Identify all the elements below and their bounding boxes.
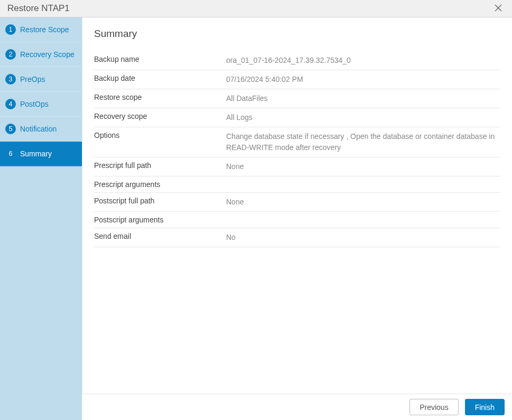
summary-row-restore-scope: Restore scope All DataFiles xyxy=(94,89,500,108)
summary-row-prescript-path: Prescript full path None xyxy=(94,157,500,176)
summary-value: Change database state if necessary , Ope… xyxy=(226,131,500,153)
step-number: 2 xyxy=(5,49,16,60)
step-notification[interactable]: 5 Notification xyxy=(0,117,82,142)
step-postops[interactable]: 4 PostOps xyxy=(0,92,82,117)
summary-row-prescript-args: Prescript arguments xyxy=(94,176,500,193)
modal-header: Restore NTAP1 xyxy=(0,0,512,17)
summary-row-recovery-scope: Recovery scope All Logs xyxy=(94,108,500,127)
summary-row-options: Options Change database state if necessa… xyxy=(94,127,500,157)
summary-value: ora_01_07-16-2024_17.39.32.7534_0 xyxy=(226,55,500,66)
summary-row-backup-name: Backup name ora_01_07-16-2024_17.39.32.7… xyxy=(94,51,500,70)
summary-row-postscript-path: Postscript full path None xyxy=(94,193,500,212)
summary-label: Recovery scope xyxy=(94,112,226,123)
close-icon[interactable] xyxy=(492,1,505,16)
summary-label: Backup name xyxy=(94,55,226,66)
summary-value: All Logs xyxy=(226,112,500,123)
step-label: Recovery Scope xyxy=(20,50,75,59)
wizard-sidebar: 1 Restore Scope 2 Recovery Scope 3 PreOp… xyxy=(0,17,82,420)
modal-title: Restore NTAP1 xyxy=(7,3,70,14)
summary-value: None xyxy=(226,161,500,172)
step-label: Summary xyxy=(20,150,52,158)
summary-label: Restore scope xyxy=(94,93,226,104)
summary-label: Postscript full path xyxy=(94,197,226,208)
main-column: Summary Backup name ora_01_07-16-2024_17… xyxy=(82,17,512,420)
step-label: Notification xyxy=(20,125,57,133)
step-label: PostOps xyxy=(20,100,49,108)
step-number: 5 xyxy=(5,124,16,134)
step-preops[interactable]: 3 PreOps xyxy=(0,67,82,92)
summary-value: None xyxy=(226,197,500,208)
summary-label: Backup date xyxy=(94,74,226,85)
summary-label: Options xyxy=(94,131,226,153)
step-summary[interactable]: 6 Summary xyxy=(0,142,82,166)
step-recovery-scope[interactable]: 2 Recovery Scope xyxy=(0,42,82,67)
summary-row-backup-date: Backup date 07/16/2024 5:40:02 PM xyxy=(94,70,500,89)
summary-row-send-email: Send email No xyxy=(94,228,500,247)
summary-value: 07/16/2024 5:40:02 PM xyxy=(226,74,500,85)
step-number: 3 xyxy=(5,74,16,85)
step-number: 4 xyxy=(5,99,16,109)
restore-modal: Restore NTAP1 1 Restore Scope 2 Recovery… xyxy=(0,0,512,420)
summary-value xyxy=(226,180,500,189)
step-label: PreOps xyxy=(20,75,45,83)
page-title: Summary xyxy=(94,28,500,40)
modal-footer: Previous Finish xyxy=(82,394,512,420)
summary-value: All DataFiles xyxy=(226,93,500,104)
summary-value xyxy=(226,216,500,224)
summary-row-postscript-args: Postscript arguments xyxy=(94,212,500,228)
modal-body: 1 Restore Scope 2 Recovery Scope 3 PreOp… xyxy=(0,17,512,420)
step-number: 6 xyxy=(5,148,16,159)
content-area: Summary Backup name ora_01_07-16-2024_17… xyxy=(82,17,512,394)
summary-label: Prescript full path xyxy=(94,161,226,172)
step-label: Restore Scope xyxy=(20,25,69,34)
finish-button[interactable]: Finish xyxy=(465,399,505,415)
step-restore-scope[interactable]: 1 Restore Scope xyxy=(0,17,82,42)
summary-value: No xyxy=(226,232,500,243)
previous-button[interactable]: Previous xyxy=(409,399,458,415)
step-number: 1 xyxy=(5,24,16,35)
summary-label: Send email xyxy=(94,232,226,243)
summary-label: Prescript arguments xyxy=(94,180,226,189)
summary-label: Postscript arguments xyxy=(94,216,226,224)
summary-table: Backup name ora_01_07-16-2024_17.39.32.7… xyxy=(94,51,500,247)
